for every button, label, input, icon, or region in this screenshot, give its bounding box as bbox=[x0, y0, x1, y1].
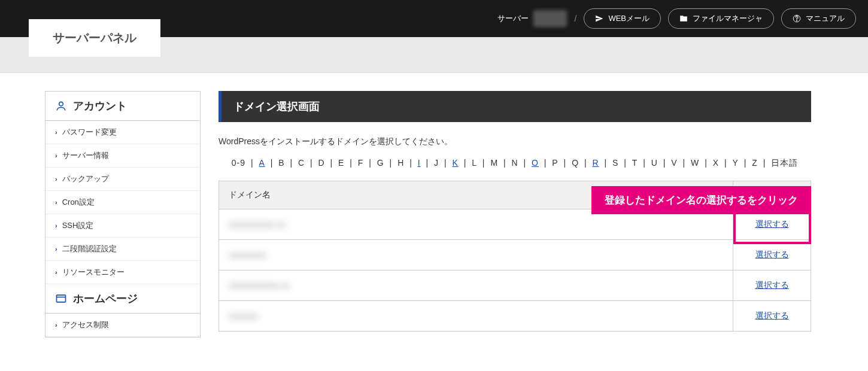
chevron-right-icon: › bbox=[55, 245, 57, 253]
alpha-nav: 0-9 | A | B | C | D | E | F | G | H | I … bbox=[218, 158, 811, 169]
logo-text: サーバーパネル bbox=[53, 31, 136, 44]
help-icon bbox=[793, 14, 801, 23]
page-title: ドメイン選択画面 bbox=[218, 91, 811, 122]
divider: / bbox=[574, 14, 576, 23]
chevron-right-icon: › bbox=[55, 321, 57, 329]
sidebar-item-resource[interactable]: ›リソースモニター bbox=[45, 261, 200, 284]
chevron-right-icon: › bbox=[55, 199, 57, 206]
table-row: xxxxxxx選択する bbox=[219, 301, 811, 332]
main-content: ドメイン選択画面 WordPressをインストールするドメインを選択してください… bbox=[218, 91, 823, 337]
window-icon bbox=[55, 293, 67, 305]
server-id-blurred bbox=[533, 10, 567, 27]
chevron-right-icon: › bbox=[55, 269, 57, 276]
select-link[interactable]: 選択する bbox=[755, 280, 789, 290]
select-link[interactable]: 選択する bbox=[755, 250, 789, 259]
sidebar-item-access[interactable]: ›アクセス制限 bbox=[45, 314, 200, 337]
manual-button[interactable]: マニュアル bbox=[781, 8, 856, 29]
sidebar-section-account: アカウント bbox=[45, 92, 200, 121]
sidebar-item-2fa[interactable]: ›二段階認証設定 bbox=[45, 238, 200, 261]
sidebar-item-cron[interactable]: ›Cron設定 bbox=[45, 191, 200, 214]
select-link[interactable]: 選択する bbox=[755, 311, 789, 320]
instruction-text: WordPressをインストールするドメインを選択してください。 bbox=[218, 136, 811, 147]
alpha-link-R[interactable]: R bbox=[590, 158, 601, 168]
server-id-label: サーバー bbox=[497, 10, 567, 27]
folder-icon bbox=[679, 14, 688, 23]
chevron-right-icon: › bbox=[55, 152, 57, 159]
alpha-link-K[interactable]: K bbox=[450, 158, 460, 168]
annotation-callout: 登録したドメイン名の選択するをクリック bbox=[591, 186, 811, 214]
send-icon bbox=[595, 14, 603, 23]
webmail-button[interactable]: WEBメール bbox=[584, 8, 661, 29]
alpha-link-A[interactable]: A bbox=[256, 158, 267, 168]
action-cell: 選択する bbox=[733, 270, 811, 301]
sidebar-item-serverinfo[interactable]: ›サーバー情報 bbox=[45, 144, 200, 168]
chevron-right-icon: › bbox=[55, 129, 57, 136]
chevron-right-icon: › bbox=[55, 222, 57, 229]
annotation-highlight bbox=[733, 211, 811, 244]
filemanager-button[interactable]: ファイルマネージャ bbox=[668, 8, 774, 29]
chevron-right-icon: › bbox=[55, 175, 57, 183]
topbar: サーバーパネル サーバー / WEBメール ファイルマネージャ マニュアル bbox=[0, 0, 868, 37]
sidebar-item-ssh[interactable]: ›SSH設定 bbox=[45, 214, 200, 238]
alpha-link-O[interactable]: O bbox=[529, 158, 541, 168]
sidebar-section-homepage: ホームページ bbox=[45, 284, 200, 314]
table-row: xxxxxxxxx選択する bbox=[219, 240, 811, 270]
action-cell: 選択する bbox=[733, 240, 811, 270]
sidebar: アカウント ›パスワード変更 ›サーバー情報 ›バックアップ ›Cron設定 ›… bbox=[45, 91, 201, 337]
domain-cell: xxxxxxxxx bbox=[219, 240, 733, 270]
domain-cell: xxxxxxxxxxxx.xx bbox=[219, 270, 733, 301]
svg-rect-1 bbox=[57, 295, 66, 302]
svg-point-0 bbox=[59, 102, 63, 106]
domain-cell: xxxxxxx bbox=[219, 301, 733, 332]
sidebar-item-backup[interactable]: ›バックアップ bbox=[45, 168, 200, 191]
table-row: xxxxxxxxxxxx.xx選択する bbox=[219, 270, 811, 301]
logo-box: サーバーパネル bbox=[29, 19, 160, 57]
user-icon bbox=[55, 100, 67, 112]
alpha-link-I[interactable]: I bbox=[415, 158, 423, 168]
action-cell: 選択する bbox=[733, 301, 811, 332]
sidebar-item-password[interactable]: ›パスワード変更 bbox=[45, 121, 200, 144]
